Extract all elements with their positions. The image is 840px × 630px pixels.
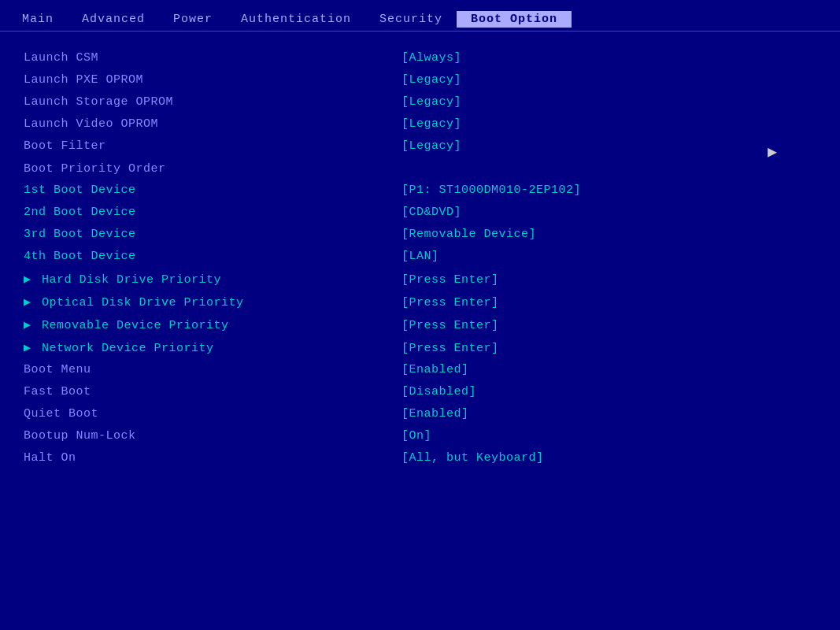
nav-item-authentication[interactable]: Authentication <box>227 11 365 28</box>
menu-value-14: [Enabled] <box>401 363 469 376</box>
bios-screen: MainAdvancedPowerAuthenticationSecurityB… <box>0 0 840 630</box>
menu-value-13: [Press Enter] <box>401 342 499 355</box>
menu-row-17: Bootup Num-Lock[On] <box>24 425 816 447</box>
menu-label-text-6: 1st Boot Device <box>24 183 136 197</box>
arrow-icon-11: ▶ <box>24 296 39 309</box>
menu-row-4: Boot Filter[Legacy] <box>24 135 816 158</box>
menu-row-7[interactable]: 2nd Boot Device[CD&DVD] <box>24 202 816 224</box>
menu-row-0: Launch CSM[Always] <box>24 47 816 69</box>
nav-item-power[interactable]: Power <box>159 11 227 28</box>
menu-value-11: [Press Enter] <box>401 296 499 309</box>
menu-row-9[interactable]: 4th Boot Device[LAN] <box>24 246 816 268</box>
menu-value-6: [P1: ST1000DM010-2EP102] <box>401 183 581 197</box>
arrow-icon-13: ▶ <box>24 342 39 355</box>
menu-label-1: Launch PXE OPROM <box>24 73 401 87</box>
menu-label-10: ▶ Hard Disk Drive Priority <box>24 272 401 287</box>
menu-label-text-9: 4th Boot Device <box>24 250 136 263</box>
menu-label-4: Boot Filter <box>24 139 401 153</box>
menu-label-text-13: Network Device Priority <box>42 342 214 355</box>
menu-value-1: [Legacy] <box>401 73 461 87</box>
menu-label-16: Quiet Boot <box>24 407 401 421</box>
menu-value-8: [Removable Device] <box>401 228 536 241</box>
menu-label-6: 1st Boot Device <box>24 183 401 197</box>
menu-label-text-1: Launch PXE OPROM <box>24 73 143 87</box>
menu-label-18: Halt On <box>24 451 401 465</box>
mouse-cursor: ▶ <box>768 142 777 161</box>
menu-value-4: [Legacy] <box>401 139 461 153</box>
menu-value-2: [Legacy] <box>401 95 461 109</box>
nav-item-boot-option[interactable]: Boot Option <box>457 11 572 28</box>
menu-label-text-11: Optical Disk Drive Priority <box>42 296 244 309</box>
arrow-icon-12: ▶ <box>24 319 39 332</box>
menu-row-11[interactable]: ▶ Optical Disk Drive Priority[Press Ente… <box>24 291 816 313</box>
menu-value-3: [Legacy] <box>401 117 461 131</box>
title-bar <box>0 0 840 8</box>
menu-row-16: Quiet Boot[Enabled] <box>24 403 816 425</box>
menu-label-text-17: Bootup Num-Lock <box>24 429 136 443</box>
menu-row-14: Boot Menu[Enabled] <box>24 359 816 381</box>
menu-row-13[interactable]: ▶ Network Device Priority[Press Enter] <box>24 336 816 359</box>
menu-value-16: [Enabled] <box>401 407 469 421</box>
menu-row-1: Launch PXE OPROM[Legacy] <box>24 69 816 91</box>
menu-row-12[interactable]: ▶ Removable Device Priority[Press Enter] <box>24 313 816 336</box>
menu-value-7: [CD&DVD] <box>401 206 461 219</box>
menu-content: Launch CSM[Always]Launch PXE OPROM[Legac… <box>0 32 840 477</box>
nav-item-main[interactable]: Main <box>8 11 68 28</box>
menu-label-text-14: Boot Menu <box>24 363 91 376</box>
menu-row-6[interactable]: 1st Boot Device[P1: ST1000DM010-2EP102] <box>24 180 816 202</box>
menu-label-text-2: Launch Storage OPROM <box>24 95 173 109</box>
menu-label-9: 4th Boot Device <box>24 250 401 263</box>
menu-label-text-0: Launch CSM <box>24 51 98 65</box>
menu-row-18: Halt On[All, but Keyboard] <box>24 447 816 469</box>
nav-item-advanced[interactable]: Advanced <box>68 11 159 28</box>
menu-label-text-15: Fast Boot <box>24 385 91 398</box>
menu-label-text-3: Launch Video OPROM <box>24 117 158 131</box>
menu-row-10[interactable]: ▶ Hard Disk Drive Priority[Press Enter] <box>24 268 816 291</box>
menu-label-text-12: Removable Device Priority <box>42 319 229 332</box>
menu-label-5: Boot Priority Order <box>24 162 401 176</box>
menu-label-text-7: 2nd Boot Device <box>24 206 136 219</box>
menu-label-text-10: Hard Disk Drive Priority <box>42 273 221 287</box>
nav-item-security[interactable]: Security <box>365 11 457 28</box>
menu-label-text-18: Halt On <box>24 451 76 465</box>
menu-label-text-16: Quiet Boot <box>24 407 98 421</box>
menu-label-text-5: Boot Priority Order <box>24 162 166 176</box>
menu-label-7: 2nd Boot Device <box>24 206 401 219</box>
menu-value-10: [Press Enter] <box>401 273 499 287</box>
menu-value-0: [Always] <box>401 51 461 65</box>
menu-value-15: [Disabled] <box>401 385 476 398</box>
menu-row-3: Launch Video OPROM[Legacy] <box>24 113 816 135</box>
menu-label-text-8: 3rd Boot Device <box>24 228 136 241</box>
menu-value-9: [LAN] <box>401 250 439 263</box>
menu-value-17: [On] <box>401 429 431 443</box>
menu-label-11: ▶ Optical Disk Drive Priority <box>24 295 401 309</box>
menu-row-15: Fast Boot[Disabled] <box>24 381 816 403</box>
menu-label-14: Boot Menu <box>24 363 401 376</box>
menu-label-15: Fast Boot <box>24 385 401 398</box>
menu-label-3: Launch Video OPROM <box>24 117 401 131</box>
menu-label-2: Launch Storage OPROM <box>24 95 401 109</box>
menu-label-12: ▶ Removable Device Priority <box>24 317 401 332</box>
menu-label-17: Bootup Num-Lock <box>24 429 401 443</box>
menu-label-0: Launch CSM <box>24 51 401 65</box>
menu-row-8[interactable]: 3rd Boot Device[Removable Device] <box>24 224 816 246</box>
menu-row-5: Boot Priority Order <box>24 158 816 180</box>
menu-row-2: Launch Storage OPROM[Legacy] <box>24 91 816 113</box>
menu-value-18: [All, but Keyboard] <box>401 451 544 465</box>
menu-label-text-4: Boot Filter <box>24 139 106 153</box>
nav-bar[interactable]: MainAdvancedPowerAuthenticationSecurityB… <box>0 8 840 32</box>
menu-label-8: 3rd Boot Device <box>24 228 401 241</box>
arrow-icon-10: ▶ <box>24 273 39 287</box>
menu-value-12: [Press Enter] <box>401 319 499 332</box>
menu-label-13: ▶ Network Device Priority <box>24 340 401 355</box>
